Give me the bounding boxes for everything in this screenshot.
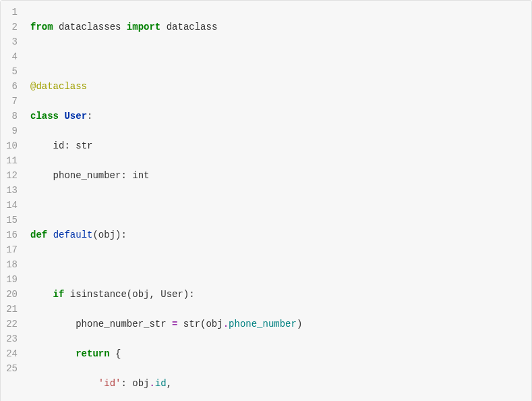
code-line: from dataclasses import dataclass xyxy=(30,20,525,34)
code-line: return { xyxy=(30,346,525,361)
line-number: 13 xyxy=(3,183,18,198)
line-number: 17 xyxy=(3,242,18,257)
line-number: 11 xyxy=(3,153,18,168)
line-number: 15 xyxy=(3,213,18,228)
line-number: 9 xyxy=(3,124,18,138)
code-line: @dataclass xyxy=(30,79,525,94)
line-number: 20 xyxy=(3,287,18,302)
line-number: 4 xyxy=(3,49,18,64)
line-number: 25 xyxy=(3,361,18,376)
line-number: 5 xyxy=(3,64,18,79)
line-number: 14 xyxy=(3,198,18,213)
line-number: 3 xyxy=(3,34,18,49)
code-content: from dataclasses import dataclass @datac… xyxy=(24,1,531,401)
code-line: class User: xyxy=(30,109,525,124)
line-number: 23 xyxy=(3,331,18,346)
line-number: 12 xyxy=(3,168,18,183)
code-line xyxy=(30,198,525,213)
code-line: 'id': obj.id, xyxy=(30,376,525,391)
line-number: 16 xyxy=(3,228,18,242)
line-number: 21 xyxy=(3,302,18,317)
line-number: 6 xyxy=(3,79,18,94)
code-block: 1234567891011121314151617181920212223242… xyxy=(0,0,532,401)
code-line: phone_number_str = str(obj.phone_number) xyxy=(30,317,525,331)
line-number: 8 xyxy=(3,109,18,124)
code-line: phone_number: int xyxy=(30,168,525,183)
line-number: 18 xyxy=(3,257,18,272)
line-number: 19 xyxy=(3,272,18,287)
code-line xyxy=(30,49,525,64)
line-number: 1 xyxy=(3,5,18,20)
code-line: id: str xyxy=(30,138,525,153)
line-number: 2 xyxy=(3,20,18,34)
line-number: 24 xyxy=(3,346,18,361)
line-number-gutter: 1234567891011121314151617181920212223242… xyxy=(1,1,24,401)
code-line: if isinstance(obj, User): xyxy=(30,287,525,302)
line-number: 7 xyxy=(3,94,18,109)
code-line xyxy=(30,257,525,272)
line-number: 22 xyxy=(3,317,18,331)
line-number: 10 xyxy=(3,138,18,153)
code-line: def default(obj): xyxy=(30,228,525,242)
